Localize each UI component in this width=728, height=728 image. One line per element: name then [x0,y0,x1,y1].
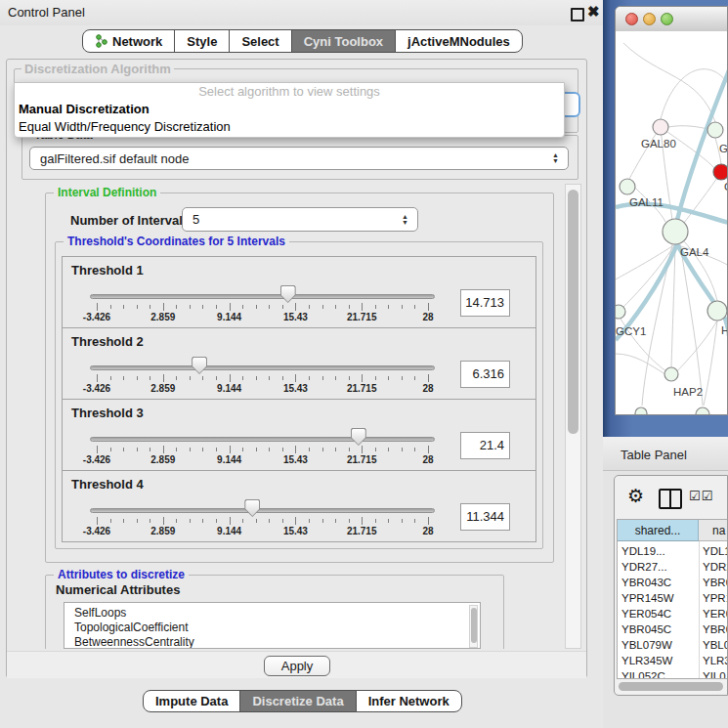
slider-tick [362,374,363,382]
table-row[interactable]: YIL052CYIL0 [618,668,728,679]
threshold-4-value-field[interactable]: 11.344 [460,503,510,531]
list-item-selfloops[interactable]: SelfLoops [64,606,480,621]
threshold-1-tick-labels: -3.4262.8599.14415.4321.71528 [90,312,435,323]
slider-tick [282,305,283,309]
tab-select[interactable]: Select [229,29,291,53]
threshold-3-label: Threshold 3 [71,406,144,420]
node-bottom-left[interactable] [635,407,647,415]
tab-impute-data[interactable]: Impute Data [143,690,240,712]
column-header-name[interactable]: na [699,520,727,541]
label-partial-c: C [724,181,728,193]
slider-tick [388,519,389,523]
list-item-betweennesscentrality[interactable]: BetweennessCentrality [64,635,480,649]
slider-tick [282,519,283,523]
settings-scrollbar-thumb[interactable] [568,190,578,434]
threshold-3-value-field[interactable]: 21.4 [460,432,510,459]
slider-tick [322,305,323,309]
node-gal4[interactable] [663,219,688,244]
close-traffic-light[interactable] [625,13,638,25]
slider-tick [202,448,203,451]
network-window-titlebar[interactable] [616,7,727,32]
threshold-3-slider-thumb[interactable] [351,428,366,446]
slider-tick [123,448,124,451]
tab-jactivemodules[interactable]: jActiveMNodules [395,29,523,53]
table-row[interactable]: YPR145WYPR1 [618,590,728,606]
threshold-2-value-field[interactable]: 6.316 [460,361,510,388]
threshold-2-slider-thumb[interactable] [192,357,207,374]
threshold-1-slider-thumb[interactable] [280,285,296,303]
slider-tick [362,303,363,311]
table-row[interactable]: YBL079WYBL0 [618,637,728,653]
node-hap2[interactable] [664,367,678,381]
tab-style[interactable]: Style [174,29,230,53]
node-h[interactable] [707,301,727,321]
table-hscrollbar-thumb[interactable] [619,682,723,691]
column-header-shared-name[interactable]: shared... [618,520,699,541]
gear-icon[interactable]: ⚙ [627,485,644,507]
attributes-list-scrollbar[interactable] [469,605,478,648]
tab-select-label: Select [241,34,278,49]
slider-tick [97,446,98,453]
node-top-right[interactable] [707,122,723,138]
tab-network[interactable]: Network [82,29,175,53]
algorithm-option-manual[interactable]: Manual Discretization [15,101,564,118]
node-gal11[interactable] [620,179,635,194]
threshold-1-value-field[interactable]: 14.713 [460,289,510,317]
threshold-2-tick-labels: -3.4262.8599.14415.4321.71528 [90,383,435,395]
threshold-1-ticks [90,303,435,311]
tab-infer-network[interactable]: Infer Network [356,690,462,712]
slider-tick [190,376,191,380]
slider-tick [163,303,164,311]
apply-button[interactable]: Apply [264,656,330,676]
table-row[interactable]: YER054CYER0 [618,606,728,621]
tick-label: 28 [399,312,457,322]
table-row[interactable]: YLR345WYLR3 [618,653,728,668]
slider-tick [295,303,296,311]
split-columns-icon[interactable] [659,489,682,509]
label-gcy1: GCY1 [616,325,646,337]
tab-cyni-toolbox[interactable]: Cyni Toolbox [291,29,396,53]
float-window-icon[interactable] [571,8,584,21]
slider-tick [150,519,150,523]
list-item-topologicalcoefficient[interactable]: TopologicalCoefficient [64,621,480,635]
threshold-2-slider-track[interactable] [90,365,435,370]
tab-discretize-data[interactable]: Discretize Data [239,690,356,712]
slider-tick [322,448,323,451]
close-icon[interactable]: ✖ [587,3,600,21]
node-red-selected[interactable] [713,164,728,180]
slider-tick [375,519,376,523]
threshold-1-slider-track[interactable] [90,294,435,299]
network-canvas[interactable]: GAL80 GA C GAL11 GAL4 GCY1 H HAP2 [616,31,728,415]
table-row[interactable]: YBR045CYBR0 [618,621,728,637]
algorithm-option-equal-width[interactable]: Equal Width/Frequency Discretization [15,118,564,136]
slider-tick [282,448,283,451]
table-row[interactable]: YDR27...YDR2 [618,559,728,575]
node-gcy1[interactable] [616,305,625,319]
threshold-4-slider-thumb[interactable] [244,499,260,517]
control-panel-tabbar: Network Style Select Cyni Toolbox jActiv… [82,29,523,53]
table-data-combobox[interactable]: galFiltered.sif default node ▲▼ [29,147,569,170]
minimize-traffic-light[interactable] [643,13,656,25]
attributes-group-title: Attributes to discretize [54,568,189,582]
threshold-coordinates-group-title: Threshold's Coordinates for 5 Intervals [64,235,289,249]
network-view-window: GAL80 GA C GAL11 GAL4 GCY1 H HAP2 [615,6,728,415]
slider-tick [97,517,98,525]
slider-tick [256,519,257,523]
table-row[interactable]: YDL19...YDL1 [618,543,728,559]
settings-scrollbar[interactable] [565,184,581,649]
table-hscrollbar[interactable] [617,680,727,693]
slider-tick [388,376,389,380]
zoom-traffic-light[interactable] [661,13,673,25]
tick-label: 9.144 [200,454,259,465]
threshold-4-slider-track[interactable] [90,508,435,513]
table-row[interactable]: YBR043CYBR0 [618,575,728,590]
label-gal4: GAL4 [680,246,709,258]
network-nodes[interactable] [616,119,728,415]
slider-tick [137,305,138,309]
node-bottom-right[interactable] [696,407,709,415]
tick-label: 21.715 [332,383,391,394]
number-of-intervals-combobox[interactable]: 5 ▲▼ [182,207,418,232]
node-gal80[interactable] [653,119,668,135]
select-columns-icon[interactable]: ☑☑ [689,489,713,503]
threshold-3-slider-track[interactable] [90,437,435,442]
